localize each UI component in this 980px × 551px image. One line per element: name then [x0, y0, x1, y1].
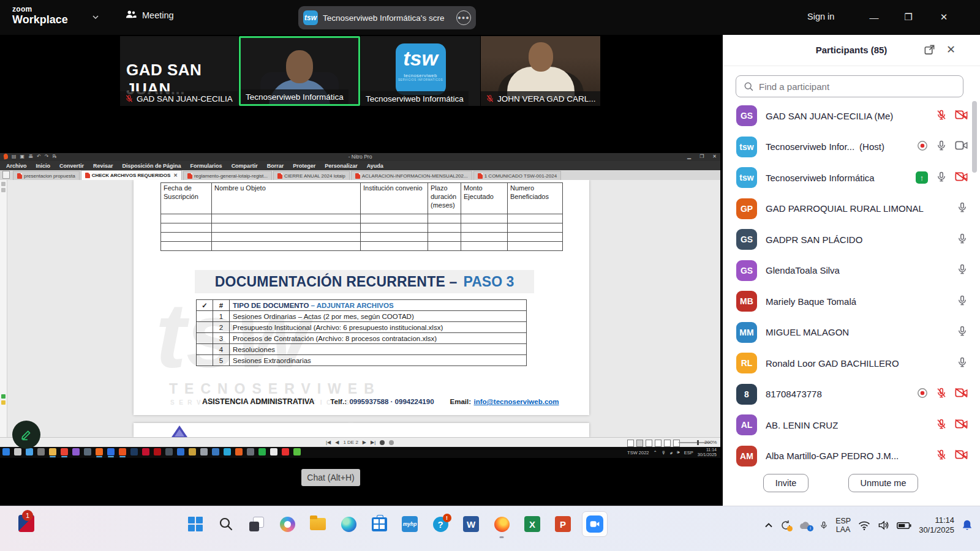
two-page-view-icon[interactable]	[646, 440, 652, 447]
mic-muted-icon[interactable]	[936, 449, 947, 463]
new-document-icon[interactable]	[2, 171, 10, 179]
shared-taskbar-icon[interactable]	[84, 448, 91, 455]
email-link[interactable]: info@tecnoserviweb.com	[474, 398, 559, 405]
participant-row[interactable]: GP GAD PARROQUIAL RURAL LIMONAL	[723, 193, 980, 225]
myhp-button[interactable]: myhp	[398, 512, 421, 536]
video-icon[interactable]	[955, 140, 968, 153]
network-icon[interactable]: ⸙	[670, 450, 673, 455]
minimize-button[interactable]: —	[860, 9, 888, 26]
participant-row[interactable]: GS GADPR SAN PLÁCIDO	[723, 224, 980, 255]
participant-row[interactable]: GS GAD SAN JUAN-CECILIA (Me)	[723, 100, 980, 132]
chevron-up-icon[interactable]	[764, 522, 773, 528]
invite-button[interactable]: Invite	[763, 474, 809, 492]
shared-taskbar-icon[interactable]	[270, 448, 277, 455]
doc-tab[interactable]: CIERRE ANUAL 2024 lotaip	[273, 171, 350, 180]
sidebar-rail[interactable]	[0, 180, 7, 437]
pop-out-icon[interactable]	[924, 44, 936, 56]
mic-icon[interactable]: 🎙	[662, 450, 666, 455]
chevron-up-icon[interactable]: ⌃	[654, 450, 657, 455]
video-off-icon[interactable]	[955, 110, 968, 122]
participant-row[interactable]: MB Mariely Baque Tomalá	[723, 286, 980, 317]
shared-taskbar-icon[interactable]	[235, 448, 243, 455]
menu-item[interactable]: Formularios	[190, 163, 222, 169]
doc-tab[interactable]: reglamento-general-lotaip-regist...	[183, 171, 272, 180]
shared-taskbar-icon[interactable]	[189, 448, 196, 455]
zoom-app-button[interactable]	[582, 511, 608, 537]
menu-item[interactable]: Convertir	[59, 163, 84, 169]
participant-row[interactable]: MM MIGUEL MALAGON	[723, 317, 980, 348]
single-page-view-icon[interactable]	[627, 440, 634, 447]
mic-icon[interactable]	[957, 201, 968, 216]
continuous-view-icon[interactable]	[636, 440, 643, 447]
shared-taskbar-icon[interactable]	[293, 448, 301, 455]
mic-icon[interactable]	[936, 140, 947, 154]
video-off-icon[interactable]	[955, 419, 968, 432]
notification-app-icon[interactable]: 1	[18, 515, 34, 532]
doc-tab[interactable]: ACLARACION-INFORMACION-MENSUAL202...	[351, 171, 472, 180]
shared-taskbar-icon[interactable]	[107, 448, 115, 457]
onedrive-cloud-icon[interactable]: i	[799, 521, 812, 530]
participant-row[interactable]: 8 81708473778	[723, 379, 980, 410]
clock[interactable]: 11:1430/1/2025	[919, 515, 954, 536]
start-button[interactable]	[184, 512, 207, 536]
edge-button[interactable]	[337, 512, 360, 536]
shared-taskbar-icon[interactable]	[2, 448, 10, 455]
menu-item[interactable]: Disposición de Página	[123, 163, 181, 169]
mic-icon[interactable]	[957, 263, 968, 277]
shared-taskbar-icon[interactable]	[37, 448, 45, 455]
more-options-icon[interactable]: ●●●	[456, 10, 471, 25]
page-navigation[interactable]: |◀ ◀ 1 DE 2 ▶ ▶|	[326, 440, 394, 445]
fit-page-icon[interactable]	[673, 440, 680, 447]
shared-taskbar-icon[interactable]	[142, 448, 149, 455]
scrollbar-thumb[interactable]	[972, 101, 977, 173]
video-off-icon[interactable]	[955, 449, 968, 462]
mic-muted-icon[interactable]	[936, 418, 947, 432]
mic-icon[interactable]	[957, 356, 968, 370]
close-panel-icon[interactable]: ✕	[946, 43, 956, 56]
doc-tab-active[interactable]: CHECK ARCHIVOS REQUERIDOS✕	[81, 170, 182, 180]
shared-taskbar-icon[interactable]	[165, 448, 173, 455]
shared-taskbar-icon[interactable]	[49, 448, 56, 457]
wifi-icon[interactable]	[858, 521, 870, 530]
microsoft-store-button[interactable]	[368, 512, 391, 536]
grid-view-icon[interactable]	[655, 440, 662, 447]
shared-taskbar-icon[interactable]	[26, 448, 33, 455]
menu-item[interactable]: Ayuda	[367, 163, 383, 169]
menu-item[interactable]: Compartir	[232, 163, 258, 169]
shared-taskbar-icon[interactable]	[96, 448, 103, 457]
volume-icon[interactable]: 🕪	[677, 449, 680, 455]
maximize-button[interactable]: ❐	[894, 9, 922, 26]
firefox-button[interactable]	[490, 512, 513, 536]
first-page-icon[interactable]: |◀	[326, 440, 331, 445]
notification-bell-icon[interactable]	[962, 519, 973, 531]
mic-muted-icon[interactable]	[936, 387, 947, 401]
participant-row[interactable]: tsw Tecnoserviweb Informática ↑	[723, 162, 980, 193]
mic-icon[interactable]	[936, 171, 947, 185]
shared-taskbar-icon[interactable]	[14, 448, 21, 455]
next-page-icon[interactable]: ▶	[363, 440, 366, 445]
bookmarks-panel-icon[interactable]	[1, 188, 6, 192]
volume-icon[interactable]	[878, 520, 889, 530]
shared-taskbar-icon[interactable]	[72, 448, 80, 455]
shared-taskbar-icon[interactable]	[212, 448, 219, 455]
mic-icon[interactable]	[957, 325, 968, 339]
task-view-button[interactable]	[245, 512, 268, 536]
copilot-button[interactable]	[276, 512, 299, 536]
rotate-left-icon[interactable]	[380, 440, 385, 445]
search-button[interactable]	[214, 512, 238, 536]
shared-taskbar-icon[interactable]	[61, 448, 68, 457]
participant-row[interactable]: AL AB. LENIN CRUZ	[723, 410, 980, 441]
minimize-button[interactable]: ▁	[687, 154, 691, 159]
shared-taskbar-icon[interactable]	[177, 448, 184, 455]
close-button[interactable]: ✕	[712, 154, 717, 159]
menu-item[interactable]: Borrar	[267, 163, 284, 169]
video-tile-gad-san-juan[interactable]: GAD SAN JUAN... GAD SAN JUAN-CECILIA	[120, 36, 238, 106]
video-off-icon[interactable]	[955, 171, 968, 184]
unmute-me-button[interactable]: Unmute me	[848, 474, 918, 492]
pages-panel-icon[interactable]	[1, 182, 6, 186]
menu-item[interactable]: Inicio	[36, 163, 51, 169]
hp-support-button[interactable]: ?!	[429, 512, 452, 536]
close-button[interactable]: ✕	[930, 9, 958, 26]
participant-row[interactable]: AM Alba Martillo-GAP PEDRO J.M...	[723, 441, 980, 472]
participant-row[interactable]: RL Ronald Loor GAD BACHILLERO	[723, 348, 980, 379]
